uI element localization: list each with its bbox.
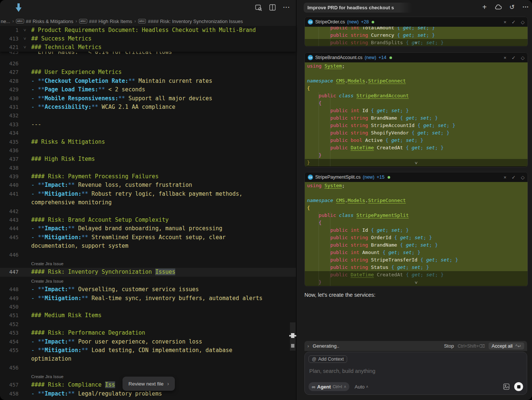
editor-line: 446 xyxy=(0,251,296,259)
history-icon[interactable]: ↺ xyxy=(508,3,516,11)
expand-diff-icon[interactable]: ˅ xyxy=(415,279,417,286)
breadcrumb-item[interactable]: ne... xyxy=(1,19,10,24)
file-name[interactable]: StripeOrder.cs xyxy=(315,19,345,25)
fold-chevron-icon[interactable]: ˅ xyxy=(19,43,31,52)
agent-label: Agent xyxy=(317,384,331,390)
new-chat-icon[interactable]: + xyxy=(480,3,489,11)
fold-gutter xyxy=(19,268,31,276)
editor-line: 455- **Mitigation:** Load testing, CDN i… xyxy=(0,346,296,355)
navigate-diff-icon[interactable]: ◇ xyxy=(521,19,525,25)
line-number: 434 xyxy=(0,129,19,137)
unsaved-dot xyxy=(372,21,374,23)
reject-file-icon[interactable]: × xyxy=(504,19,507,25)
stop-button[interactable]: Stop xyxy=(444,343,454,349)
line-number: 430 xyxy=(0,94,19,103)
chat-tab-title[interactable]: Improve PRD for headless checkout s xyxy=(304,3,412,13)
editor-line: 447#### Risk: Inventory Synchronization … xyxy=(0,268,296,276)
fold-chevron-icon[interactable]: ˅ xyxy=(19,35,31,43)
fold-gutter xyxy=(19,85,31,94)
navigate-diff-icon[interactable]: ◇ xyxy=(521,55,525,61)
fold-gutter xyxy=(19,216,31,224)
editor-line: 429- **Page Load Times:** < 2 seconds xyxy=(0,85,296,94)
fold-gutter xyxy=(19,224,31,233)
line-number xyxy=(0,259,19,268)
chat-more-icon[interactable]: ··· xyxy=(522,3,530,11)
accept-file-icon[interactable]: ✓ xyxy=(512,19,516,25)
editor-line: 436 xyxy=(0,146,296,155)
chevron-up-icon: ˄ xyxy=(344,385,346,389)
added-lines-count: +15 xyxy=(377,175,385,180)
fold-gutter xyxy=(19,294,31,303)
editor-line: 448- **Impact:** Overselling, customer s… xyxy=(0,285,296,294)
attach-image-icon[interactable] xyxy=(503,383,510,390)
code-line: using System; xyxy=(305,182,528,189)
code-line: public int TotalAmount { get; set; } xyxy=(305,27,528,32)
editor-scrollbar[interactable] xyxy=(290,322,296,351)
code-line: public int Id { get; set; } xyxy=(305,227,528,234)
breadcrumb-item[interactable]: abc## Risks & Mitigations xyxy=(16,19,73,24)
expand-diff-icon[interactable]: ˅ xyxy=(415,39,417,46)
line-number: 437 xyxy=(0,155,19,163)
diff-card-StripePaymentSplit.cs: C#StripePaymentSplit.cs(new)+15×✓◇using … xyxy=(304,172,528,287)
unsaved-dot xyxy=(389,56,392,59)
indent-guide xyxy=(319,27,319,46)
accept-file-icon[interactable]: ✓ xyxy=(512,55,516,61)
breadcrumb-separator: › xyxy=(75,19,77,24)
diff-code-body[interactable]: using System;namespace CMS.Models.Stripe… xyxy=(305,182,528,286)
code-line: { xyxy=(305,85,528,92)
indent-guide xyxy=(319,92,319,166)
expand-diff-icon[interactable]: ˅ xyxy=(415,160,417,166)
open-preview-icon[interactable] xyxy=(254,3,262,12)
accept-all-button[interactable]: Accept all ^↵ xyxy=(489,342,524,349)
fold-gutter xyxy=(19,338,31,346)
breadcrumb-label: ne... xyxy=(1,19,10,24)
fold-gutter xyxy=(19,111,31,120)
diff-code-body[interactable]: using System;namespace CMS.Models.Stripe… xyxy=(305,62,528,166)
blue-down-arrow-icon[interactable] xyxy=(14,3,23,13)
code-line: public string Currency { get; set; } xyxy=(305,32,528,39)
editor-line: 444- **Impact:** Delayed brand onboardin… xyxy=(0,224,296,233)
fold-chevron-icon[interactable]: ˅ xyxy=(19,26,31,35)
breadcrumb[interactable]: ne...›abc## Risks & Mitigations›abc### H… xyxy=(0,16,297,26)
csharp-file-icon: C# xyxy=(308,55,313,60)
reject-file-icon[interactable]: × xyxy=(504,175,507,180)
cloud-icon[interactable] xyxy=(494,3,502,11)
csharp-file-icon: C# xyxy=(308,19,313,25)
editor-code-area[interactable]: 425 Error Rates: < 0.1% for critical flo… xyxy=(0,26,296,400)
sticky-scroll-headers[interactable]: 1˅# Product Requirements Document: Headl… xyxy=(0,26,296,52)
fold-gutter xyxy=(19,233,31,242)
fold-gutter xyxy=(19,364,31,372)
file-name[interactable]: StripeBrandAccount.cs xyxy=(315,55,362,60)
agent-mode-selector[interactable]: ∞ Agent Ctrl+I ˄ xyxy=(309,382,349,391)
file-name[interactable]: StripePaymentSplit.cs xyxy=(315,175,360,180)
code-line: public class StripeBrandAccount xyxy=(305,92,528,100)
line-number xyxy=(0,242,19,250)
editor-line: 434 xyxy=(0,129,296,137)
accept-file-icon[interactable]: ✓ xyxy=(512,175,516,180)
new-file-badge: (new) xyxy=(347,19,359,25)
chat-input-box[interactable]: @ Add Context Plan, search, build anythi… xyxy=(304,352,527,395)
chat-input-placeholder[interactable]: Plan, search, build anything xyxy=(309,368,375,374)
line-number: 427 xyxy=(0,68,19,77)
breadcrumb-item[interactable]: abc### High Risk Items xyxy=(79,19,132,24)
reject-file-icon[interactable]: × xyxy=(504,55,507,61)
code-line: { xyxy=(305,219,528,227)
stop-generation-button[interactable] xyxy=(514,382,523,391)
more-actions-icon[interactable]: ··· xyxy=(283,3,291,12)
codelens-row[interactable]: Create Jira Issue xyxy=(0,259,296,268)
split-editor-icon[interactable] xyxy=(268,3,277,12)
scrollbar-knob[interactable] xyxy=(291,333,294,338)
codelens-row[interactable]: Create Jira Issue xyxy=(0,277,296,285)
model-selector[interactable]: Auto ˄ xyxy=(355,384,368,390)
expand-status-icon[interactable]: › xyxy=(307,343,309,349)
breadcrumb-item[interactable]: abc#### Risk: Inventory Synchronization … xyxy=(138,19,243,24)
navigate-diff-icon[interactable]: ◇ xyxy=(521,175,525,180)
editor-line: 440- **Impact:** Revenue loss, customer … xyxy=(0,181,296,189)
review-next-file-label: Review next file xyxy=(128,381,164,387)
review-next-file-button[interactable]: Review next file › xyxy=(123,377,175,391)
fold-gutter xyxy=(19,129,31,137)
line-number: 440 xyxy=(0,181,19,189)
add-context-chip[interactable]: @ Add Context xyxy=(309,355,347,363)
line-number: 449 xyxy=(0,294,19,303)
diff-code-body[interactable]: public int TotalAmount { get; set; } pub… xyxy=(305,27,528,46)
